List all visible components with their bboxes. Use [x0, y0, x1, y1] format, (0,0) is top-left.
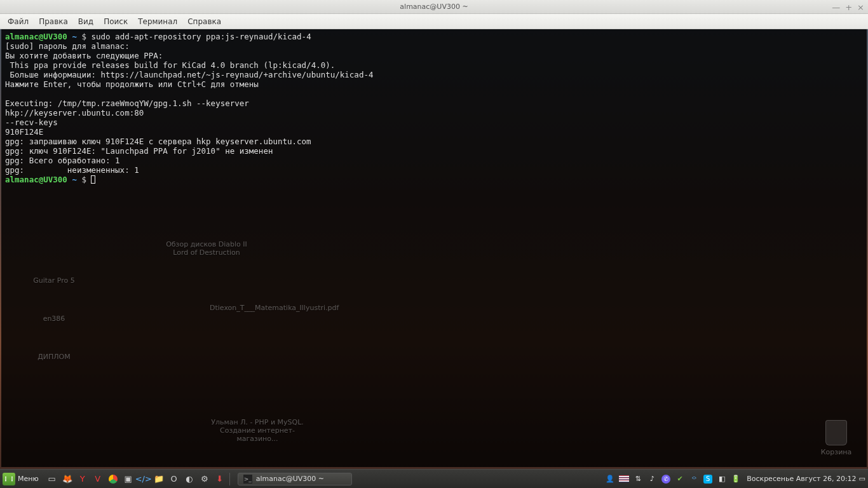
updates-icon[interactable]: ✔	[674, 473, 686, 485]
tray-icon[interactable]: ◧	[716, 473, 728, 485]
opera-icon[interactable]: O	[167, 472, 181, 486]
terminal-icon[interactable]: ▣	[121, 472, 135, 486]
menu-terminal[interactable]: Терминал	[133, 15, 182, 28]
show-desktop-right-icon[interactable]: ▭	[859, 475, 865, 483]
trash-label: Корзина	[817, 448, 855, 456]
music-icon[interactable]: ♪	[646, 473, 658, 485]
prompt-sep: $	[77, 32, 92, 41]
network-icon[interactable]: ⇅	[632, 473, 644, 485]
output-line: Вы хотите добавить следующие PPA:	[5, 51, 163, 60]
prompt-sep: $	[77, 175, 92, 184]
menu-search[interactable]: Поиск	[98, 15, 133, 28]
vivaldi-icon[interactable]: V	[91, 472, 105, 486]
battery-icon[interactable]: 🔋	[730, 473, 742, 485]
app-icon[interactable]: ◐	[182, 472, 196, 486]
terminal-task-icon: >_	[243, 475, 252, 484]
trash[interactable]: Корзина	[817, 420, 855, 456]
output-line: Executing: /tmp/tmp.rzaeWmoqYW/gpg.1.sh …	[5, 98, 249, 108]
mint-menu-icon[interactable]: ⋮⋮	[3, 473, 15, 485]
desktop-label[interactable]: en386	[6, 315, 102, 323]
bluetooth-icon[interactable]: ⌔	[688, 473, 700, 485]
command-1: sudo add-apt-repository ppa:js-reynaud/k…	[91, 32, 311, 41]
start-menu[interactable]: Меню	[18, 475, 39, 483]
output-line: gpg: запрашиваю ключ 910F124E с сервера …	[5, 137, 311, 146]
close-button[interactable]: ×	[857, 3, 864, 12]
keyboard-layout-icon[interactable]	[618, 473, 630, 485]
chrome-icon[interactable]	[106, 472, 120, 486]
output-line: gpg: Всего обработано: 1	[5, 156, 120, 165]
desktop-label[interactable]: Обзор дисков Diablo II Lord of Destructi…	[159, 240, 254, 257]
maximize-button[interactable]: +	[845, 3, 852, 12]
code-icon[interactable]: </>	[137, 472, 151, 486]
output-line: 910F124E	[5, 127, 43, 137]
gear-icon[interactable]: ⚙	[198, 472, 212, 486]
user-icon[interactable]: 👤	[604, 473, 616, 485]
show-desktop-icon[interactable]: ▭	[45, 472, 59, 486]
separator	[229, 473, 230, 485]
prompt-path: ~	[72, 175, 77, 184]
desktop-label[interactable]: Dtiexon_T___Matematika_Illyustri.pdf	[210, 304, 305, 312]
yandex-icon[interactable]: Y	[76, 472, 90, 486]
cursor	[91, 175, 95, 184]
transmission-icon[interactable]: ⬇	[213, 472, 227, 486]
desktop-label[interactable]: Ульман Л. - PHP и MySQL. Создание интерн…	[210, 418, 305, 443]
taskbar: ⋮⋮ Меню ▭ 🦊 Y V ▣ </> 📁 O ◐ ⚙ ⬇ >_ alman…	[0, 469, 868, 488]
desktop-label[interactable]: Guitar Pro 5	[6, 276, 102, 285]
menu-help[interactable]: Справка	[182, 15, 226, 28]
output-line: [sudo] пароль для almanac:	[5, 41, 134, 51]
output-line: gpg: неизмененных: 1	[5, 165, 139, 175]
output-line: This ppa provide releases build for KiCa…	[5, 60, 335, 70]
minimize-button[interactable]: —	[832, 3, 840, 12]
menubar: Файл Правка Вид Поиск Терминал Справка	[0, 14, 868, 29]
prompt-user: almanac@UV300	[5, 32, 67, 41]
prompt-path: ~	[72, 32, 77, 41]
output-line: Больше информации: https://launchpad.net…	[5, 70, 373, 79]
skype-tray-icon[interactable]: S	[702, 473, 714, 485]
output-line: hkp://keyserver.ubuntu.com:80	[5, 108, 144, 118]
clock[interactable]: Воскресенье Август 26, 20:12	[747, 475, 856, 483]
menu-edit[interactable]: Правка	[34, 15, 73, 28]
quick-launch: ▭ 🦊 Y V ▣ </> 📁 O ◐ ⚙ ⬇	[45, 472, 227, 486]
firefox-icon[interactable]: 🦊	[60, 472, 74, 486]
window-titlebar: almanac@UV300 ~ — + ×	[0, 0, 868, 14]
menu-file[interactable]: Файл	[3, 15, 34, 28]
trash-icon	[825, 420, 847, 445]
files-icon[interactable]: 📁	[152, 472, 166, 486]
prompt-user: almanac@UV300	[5, 175, 67, 184]
terminal[interactable]: almanac@UV300 ~ $ sudo add-apt-repositor…	[1, 29, 867, 467]
system-tray: 👤 ⇅ ♪ ✆ ✔ ⌔ S ◧ 🔋	[604, 473, 742, 485]
output-line: gpg: ключ 910F124E: "Launchpad PPA for j…	[5, 146, 273, 156]
viber-tray-icon[interactable]: ✆	[660, 473, 672, 485]
menu-view[interactable]: Вид	[73, 15, 98, 28]
desktop-label[interactable]: ДИПЛОМ	[6, 353, 102, 361]
task-label: almanac@UV300 ~	[256, 475, 324, 483]
task-terminal[interactable]: >_ almanac@UV300 ~	[238, 473, 352, 485]
output-line: --recv-keys	[5, 118, 58, 127]
output-line: Нажмите Enter, чтобы продолжить или Ctrl…	[5, 79, 259, 89]
window-title: almanac@UV300 ~	[400, 3, 468, 11]
